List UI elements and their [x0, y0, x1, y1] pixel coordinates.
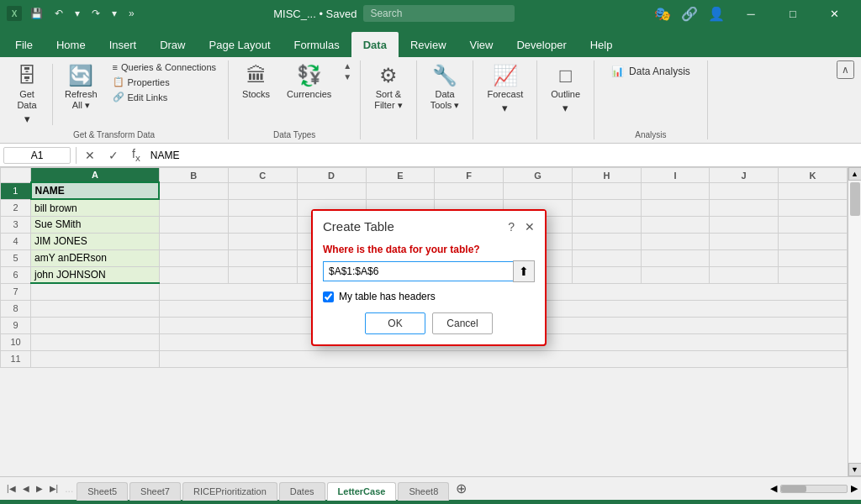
tab-view[interactable]: View — [458, 32, 505, 57]
data-tools-btn[interactable]: 🔧 DataTools ▾ — [424, 60, 467, 114]
cell-h3[interactable] — [573, 216, 642, 233]
confirm-formula-btn[interactable]: ✓ — [105, 147, 122, 164]
tab-help[interactable]: Help — [578, 32, 625, 57]
share-btn[interactable]: 🔗 — [678, 3, 701, 25]
cell-h2[interactable] — [573, 199, 642, 216]
dialog-range-input[interactable] — [323, 261, 513, 281]
cell-a1[interactable]: NAME — [31, 182, 160, 199]
cell-j5[interactable] — [710, 249, 779, 266]
cell-j3[interactable] — [710, 216, 779, 233]
scroll-down[interactable]: ▼ — [341, 71, 353, 82]
title-search-input[interactable] — [363, 5, 515, 22]
cell-a8[interactable] — [31, 300, 160, 317]
cell-a11[interactable] — [31, 350, 160, 367]
cell-j2[interactable] — [710, 199, 779, 216]
cell-c1[interactable] — [228, 182, 297, 199]
sheet-tab-sheet8[interactable]: Sheet8 — [398, 482, 449, 501]
refresh-all-btn[interactable]: 🔄 RefreshAll ▾ — [58, 60, 104, 114]
maximize-btn[interactable]: □ — [774, 0, 812, 27]
cell-i2[interactable] — [641, 199, 709, 216]
dialog-help-btn[interactable]: ? — [508, 220, 515, 234]
cell-b11[interactable] — [159, 350, 847, 367]
cell-c2[interactable] — [228, 199, 297, 216]
cell-c5[interactable] — [228, 249, 297, 266]
h-scroll-left[interactable]: ◀ — [770, 483, 777, 494]
scrollbar-track[interactable] — [848, 181, 862, 463]
cell-a3[interactable]: Sue SMith — [31, 216, 160, 233]
close-btn[interactable]: ✕ — [816, 0, 854, 27]
col-header-a[interactable]: A — [31, 168, 160, 183]
cell-j6[interactable] — [710, 266, 779, 283]
sheet-nav-prev[interactable]: ◀ — [19, 482, 33, 495]
dialog-cancel-btn[interactable]: Cancel — [432, 312, 493, 334]
scroll-down-btn[interactable]: ▼ — [848, 463, 862, 476]
tab-data[interactable]: Data — [351, 32, 399, 57]
tab-file[interactable]: File — [3, 32, 45, 57]
cell-b4[interactable] — [159, 233, 228, 249]
tab-formulas[interactable]: Formulas — [283, 32, 351, 57]
sheet-tab-dates[interactable]: Dates — [279, 482, 325, 501]
sheet-tab-riceprioritization[interactable]: RICEPrioritization — [182, 482, 277, 501]
sheet-nav-last[interactable]: ▶| — [46, 482, 62, 495]
col-header-k[interactable]: K — [779, 168, 848, 183]
scroll-up-btn[interactable]: ▲ — [848, 167, 862, 181]
tab-home[interactable]: Home — [45, 32, 98, 57]
cell-k6[interactable] — [779, 266, 848, 283]
cell-a4[interactable]: JIM JONES — [31, 233, 160, 249]
save-quick-btn[interactable]: 💾 — [27, 6, 46, 21]
cell-j4[interactable] — [710, 233, 779, 249]
cell-k5[interactable] — [779, 249, 848, 266]
col-header-d[interactable]: D — [297, 168, 366, 183]
cell-k3[interactable] — [779, 216, 848, 233]
sort-filter-btn[interactable]: ⚙ Sort &Filter ▾ — [367, 60, 409, 114]
data-analysis-btn[interactable]: 📊 Data Analysis — [601, 60, 700, 82]
currencies-btn[interactable]: 💱 Currencies — [280, 60, 338, 103]
cell-b1[interactable] — [159, 182, 228, 199]
cell-k1[interactable] — [779, 182, 848, 199]
dialog-collapse-range-btn[interactable]: ⬆ — [513, 260, 535, 282]
tab-developer[interactable]: Developer — [504, 32, 578, 57]
col-header-g[interactable]: G — [504, 168, 573, 183]
cell-a10[interactable] — [31, 333, 160, 350]
sheet-nav-next[interactable]: ▶ — [33, 482, 46, 495]
cancel-formula-btn[interactable]: ✕ — [82, 147, 98, 164]
dialog-ok-btn[interactable]: OK — [365, 312, 425, 334]
cell-j1[interactable] — [710, 182, 779, 199]
cell-a7[interactable] — [31, 283, 160, 300]
cell-a5[interactable]: amY anDERson — [31, 249, 160, 266]
cell-h4[interactable] — [573, 233, 642, 249]
formula-input[interactable] — [147, 148, 858, 163]
has-headers-checkbox[interactable] — [323, 291, 334, 302]
sheet-nav-first[interactable]: |◀ — [3, 482, 19, 495]
cell-f1[interactable] — [435, 182, 504, 199]
cell-k2[interactable] — [779, 199, 848, 216]
cell-b2[interactable] — [159, 199, 228, 216]
redo-dropdown-btn[interactable]: ▾ — [108, 6, 120, 21]
redo-btn[interactable]: ↷ — [88, 6, 103, 21]
cell-g1[interactable] — [504, 182, 573, 199]
queries-connections-btn[interactable]: ≡ Queries & Connections — [108, 60, 222, 74]
cell-i1[interactable] — [641, 182, 709, 199]
scroll-up[interactable]: ▲ — [341, 60, 353, 71]
more-quick-access-btn[interactable]: » — [125, 6, 138, 21]
sheet-tab-sheet5[interactable]: Sheet5 — [77, 482, 128, 501]
h-scroll-right[interactable]: ▶ — [851, 483, 858, 494]
col-header-j[interactable]: J — [710, 168, 779, 183]
dialog-close-btn[interactable]: ✕ — [525, 220, 535, 234]
cell-c6[interactable] — [228, 266, 297, 283]
cell-b3[interactable] — [159, 216, 228, 233]
tab-insert[interactable]: Insert — [98, 32, 149, 57]
properties-btn[interactable]: 📋 Properties — [108, 75, 222, 89]
cell-c4[interactable] — [228, 233, 297, 249]
cell-h1[interactable] — [573, 182, 642, 199]
col-header-c[interactable]: C — [228, 168, 297, 183]
minimize-btn[interactable]: ─ — [732, 0, 770, 27]
tab-review[interactable]: Review — [399, 32, 458, 57]
ribbon-collapse-btn[interactable]: 🎭 — [651, 3, 674, 25]
cell-c3[interactable] — [228, 216, 297, 233]
tab-draw[interactable]: Draw — [148, 32, 197, 57]
undo-btn[interactable]: ↶ — [51, 6, 66, 21]
col-header-b[interactable]: B — [159, 168, 228, 183]
outline-btn[interactable]: □ Outline ▾ — [544, 60, 587, 118]
cell-i4[interactable] — [641, 233, 709, 249]
